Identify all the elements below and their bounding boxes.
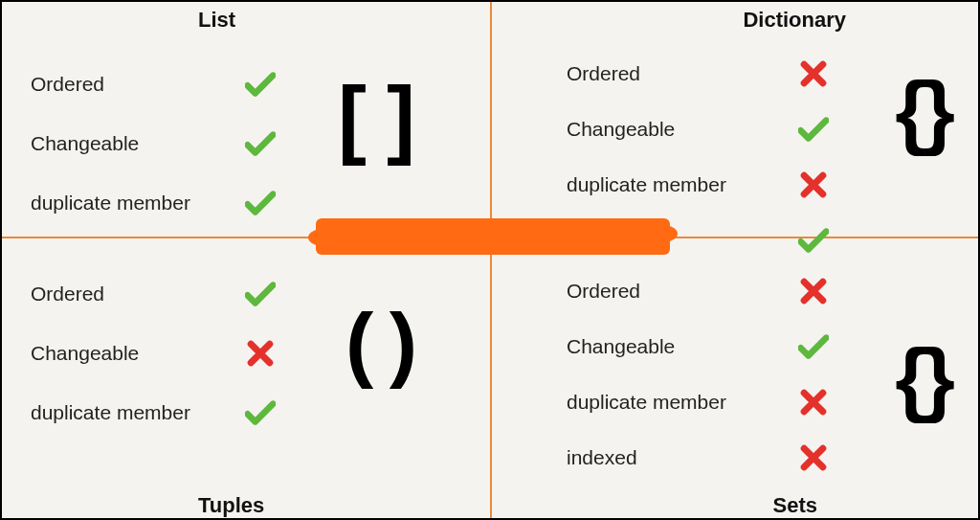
property-label: indexed bbox=[567, 446, 794, 469]
property-label: duplicate member bbox=[567, 391, 794, 414]
property-row: Changeable bbox=[567, 105, 833, 153]
property-label: Changeable bbox=[567, 335, 794, 358]
bracket-sets: { } bbox=[895, 330, 942, 425]
property-row: duplicate member bbox=[567, 378, 833, 426]
quadrant-title-dictionary: Dictionary bbox=[743, 8, 846, 33]
rows-list: OrderedChangeableduplicate member bbox=[31, 57, 279, 236]
diagram-frame: List OrderedChangeableduplicate member [… bbox=[0, 0, 980, 520]
cross-icon bbox=[241, 340, 279, 367]
property-label: Ordered bbox=[567, 280, 794, 303]
property-row: Changeable bbox=[567, 323, 833, 371]
check-icon bbox=[241, 71, 279, 98]
property-label: Changeable bbox=[31, 342, 241, 365]
quadrant-title-sets: Sets bbox=[773, 493, 817, 518]
check-icon bbox=[241, 399, 279, 426]
property-row: duplicate member bbox=[567, 161, 833, 209]
cross-icon bbox=[794, 278, 833, 305]
cross-icon bbox=[794, 60, 833, 87]
quadrant-tuples: Tuples OrderedChangeableduplicate member… bbox=[2, 238, 490, 520]
bracket-dictionary: { } bbox=[895, 63, 942, 158]
property-row: Ordered bbox=[31, 267, 279, 321]
property-label: Changeable bbox=[567, 118, 794, 141]
property-row: duplicate member bbox=[31, 386, 279, 440]
property-row: duplicate member bbox=[31, 176, 279, 230]
quadrant-sets: Sets OrderedChangeableduplicate memberin… bbox=[492, 238, 980, 520]
check-icon bbox=[794, 116, 833, 143]
property-row: Changeable bbox=[31, 327, 279, 380]
quadrant-list: List OrderedChangeableduplicate member [… bbox=[2, 2, 490, 237]
property-row: Ordered bbox=[31, 57, 279, 111]
quadrant-dictionary: Dictionary OrderedChangeableduplicate me… bbox=[492, 2, 980, 237]
property-row: indexed bbox=[567, 434, 833, 482]
cross-icon bbox=[794, 171, 833, 198]
cross-icon bbox=[794, 444, 833, 471]
property-label: duplicate member bbox=[31, 192, 241, 215]
bracket-tuples: ( ) bbox=[345, 294, 413, 392]
cross-icon bbox=[794, 389, 833, 416]
check-icon bbox=[241, 190, 279, 216]
property-label: Ordered bbox=[31, 283, 241, 305]
quadrant-title-tuples: Tuples bbox=[198, 493, 264, 518]
property-row: Ordered bbox=[567, 50, 833, 98]
redaction-bar bbox=[316, 218, 670, 255]
check-icon bbox=[794, 333, 833, 360]
rows-tuples: OrderedChangeableduplicate member bbox=[31, 267, 279, 445]
property-row: Changeable bbox=[31, 117, 279, 170]
check-icon bbox=[241, 130, 279, 157]
check-icon bbox=[241, 281, 279, 307]
property-label: Ordered bbox=[567, 62, 794, 85]
property-label: Changeable bbox=[31, 132, 241, 155]
property-label: Ordered bbox=[31, 73, 241, 96]
property-label: duplicate member bbox=[31, 401, 241, 424]
property-label: duplicate member bbox=[567, 173, 794, 196]
quadrant-title-list: List bbox=[198, 8, 235, 33]
property-row: Ordered bbox=[567, 267, 833, 315]
rows-sets: OrderedChangeableduplicate memberindexed bbox=[567, 267, 833, 489]
bracket-list: [ ] bbox=[338, 69, 413, 168]
